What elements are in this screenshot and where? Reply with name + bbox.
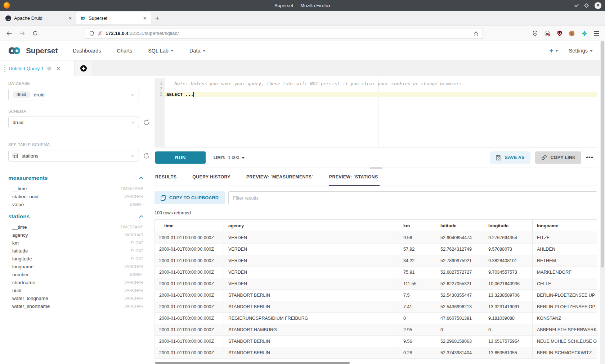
tab-title: Apache Druid xyxy=(14,15,65,21)
filter-results-input[interactable] xyxy=(228,191,597,204)
database-select[interactable]: druid druid xyxy=(8,89,139,100)
more-menu-button[interactable]: ••• xyxy=(586,154,593,161)
save-as-button[interactable]: SAVE AS xyxy=(490,151,530,164)
back-button[interactable] xyxy=(4,28,14,39)
cookie-icon[interactable] xyxy=(569,30,575,37)
grid-cell: 111.55 xyxy=(399,278,436,290)
grid-header-agency[interactable]: agency xyxy=(224,220,399,232)
grid-cell: 2.95 xyxy=(399,324,436,336)
grid-header-latitude[interactable]: latitude xyxy=(436,220,484,232)
grid-cell: 52.6827572727 xyxy=(436,267,484,278)
caret-down-icon xyxy=(590,50,593,52)
drag-dots-icon[interactable] xyxy=(4,65,5,72)
schema-select[interactable]: druid xyxy=(8,117,139,128)
navbar-add-button[interactable]: + xyxy=(549,47,558,55)
refresh-table-icon[interactable] xyxy=(143,153,150,159)
navbar-item-charts[interactable]: Charts xyxy=(117,48,132,54)
new-query-tab-button[interactable] xyxy=(75,60,93,76)
run-button[interactable]: RUN xyxy=(155,151,206,164)
column-name: uuid xyxy=(12,288,22,293)
limit-dropdown[interactable]: LIMIT: 1 000 xyxy=(214,155,245,160)
column-name: number xyxy=(12,272,29,277)
new-tab-button[interactable]: + xyxy=(151,14,163,22)
column-type: VARCHAR xyxy=(124,296,143,300)
navbar-item-data[interactable]: Data xyxy=(189,48,206,54)
caret-down-icon xyxy=(242,157,245,159)
column-name: __time xyxy=(12,186,27,191)
save-as-label: SAVE AS xyxy=(505,155,525,160)
column-row: agencyVARCHAR xyxy=(8,231,143,239)
navbar-item-label: Data xyxy=(189,48,201,54)
column-type: FLOAT xyxy=(131,241,143,245)
reload-button[interactable] xyxy=(30,28,40,39)
grid-cell: 0 xyxy=(399,313,436,324)
table-section-stations[interactable]: stations xyxy=(8,213,143,220)
grid-header-longname[interactable]: longname xyxy=(533,220,597,232)
forward-button[interactable] xyxy=(17,28,27,39)
insecure-lock-icon[interactable] xyxy=(97,31,103,36)
query-tab-close-icon[interactable]: ✕ xyxy=(57,66,60,71)
sql-editor[interactable]: 123 -- Note: Unless you save your query,… xyxy=(154,78,597,147)
grid-cell: STANDORT BERLIN xyxy=(224,347,399,359)
horizontal-scrollbar[interactable] xyxy=(155,362,350,364)
results-tab-3[interactable]: PREVIEW: `STATIONS` xyxy=(329,168,380,186)
table-row: 2000-01-01T00:00:00.000ZVERDEN75.9152.68… xyxy=(155,267,597,278)
chevron-up-icon[interactable] xyxy=(139,177,143,179)
column-name: shortname xyxy=(12,280,35,285)
bookmark-star-icon[interactable] xyxy=(473,31,479,36)
url-text[interactable]: 172.18.0.4:32251/superset/sqllab/ xyxy=(106,31,470,36)
column-type: TIMESTAMP xyxy=(121,225,143,229)
tab-close-icon[interactable]: ✕ xyxy=(142,16,147,21)
window-title: Superset — Mozilla Firefox xyxy=(0,3,605,8)
scrollbar-thumb[interactable] xyxy=(601,41,604,268)
url-bar[interactable]: 172.18.0.4:32251/superset/sqllab/ xyxy=(85,28,483,39)
browser-tab-apache-druid[interactable]: Apache Druid ✕ xyxy=(2,12,76,24)
tab-title: Superset xyxy=(89,15,139,21)
results-tab-2[interactable]: PREVIEW: `MEASUREMENTS` xyxy=(246,168,313,186)
table-select[interactable]: stations xyxy=(8,150,139,161)
ublock-icon[interactable] xyxy=(557,30,563,36)
column-type: BIGINT xyxy=(130,272,143,277)
grid-cell: 2000-01-01T00:00:00.000Z xyxy=(155,324,224,336)
chevron-up-icon[interactable] xyxy=(139,215,143,218)
grid-cell: BERLIN-PLOETZENSEE UP xyxy=(533,290,597,301)
navbar-item-sql-lab[interactable]: SQL Lab xyxy=(148,48,174,54)
window-close-button[interactable]: ✕ xyxy=(595,2,601,9)
grid-cell: 2000-01-01T00:00:00.000Z xyxy=(155,267,224,278)
navbar-item-dashboards[interactable]: Dashboards xyxy=(73,48,101,54)
navbar-item-label: Dashboards xyxy=(73,48,101,54)
browser-tab-superset[interactable]: Superset ✕ xyxy=(76,12,151,24)
tab-close-icon[interactable]: ✕ xyxy=(68,16,73,21)
chevron-down-icon xyxy=(131,94,135,96)
tracking-shield-icon[interactable] xyxy=(89,31,94,36)
column-type: VARCHAR xyxy=(124,288,143,292)
pocket-shield-icon[interactable] xyxy=(532,30,538,36)
grid-header-__time[interactable]: __time xyxy=(155,220,224,232)
grid-header-longitude[interactable]: longitude xyxy=(484,220,533,232)
grid-cell: 57.92 xyxy=(399,244,436,255)
navbar-settings[interactable]: Settings xyxy=(569,48,593,54)
table-row: 2000-01-01T00:00:00.000ZREGIERUNGSPRÄSID… xyxy=(155,313,597,324)
table-section-measurements[interactable]: measurements xyxy=(8,175,143,181)
grid-cell: 2000-01-01T00:00:00.000Z xyxy=(155,313,224,324)
table-row: 2000-01-01T00:00:00.000ZSTANDORT BERLIN9… xyxy=(155,336,597,347)
grid-header-km[interactable]: km xyxy=(399,220,436,232)
grid-cell: ABBENFLETH SPERRWERK xyxy=(533,324,597,336)
window-maximize-icon[interactable] xyxy=(584,3,589,8)
sqllab-sidebar: DATABASE druid druid SCHEMA druid SEE TA… xyxy=(4,76,152,364)
menu-hamburger-icon[interactable] xyxy=(594,30,599,37)
page-scrollbar[interactable] xyxy=(600,41,605,364)
editor-line: SELECT ... xyxy=(165,92,597,97)
window-minimize-icon[interactable] xyxy=(574,3,578,7)
editor-code-area[interactable]: -- Note: Unless you save your query, the… xyxy=(165,78,597,147)
results-tab-1[interactable]: QUERY HISTORY xyxy=(192,168,230,186)
copy-link-button[interactable]: COPY LINK xyxy=(535,151,582,164)
query-tab-active[interactable]: Untitled Query 1 ✕ xyxy=(0,60,75,76)
column-type: VARCHAR xyxy=(124,304,143,308)
copy-to-clipboard-button[interactable]: COPY TO CLIPBOARD xyxy=(154,191,225,204)
superset-brand[interactable]: Superset xyxy=(5,45,58,56)
extension-spark-icon[interactable] xyxy=(581,30,588,37)
results-tab-0[interactable]: RESULTS xyxy=(155,168,176,186)
container-mask-icon[interactable] xyxy=(544,30,551,37)
refresh-schema-icon[interactable] xyxy=(143,119,150,126)
